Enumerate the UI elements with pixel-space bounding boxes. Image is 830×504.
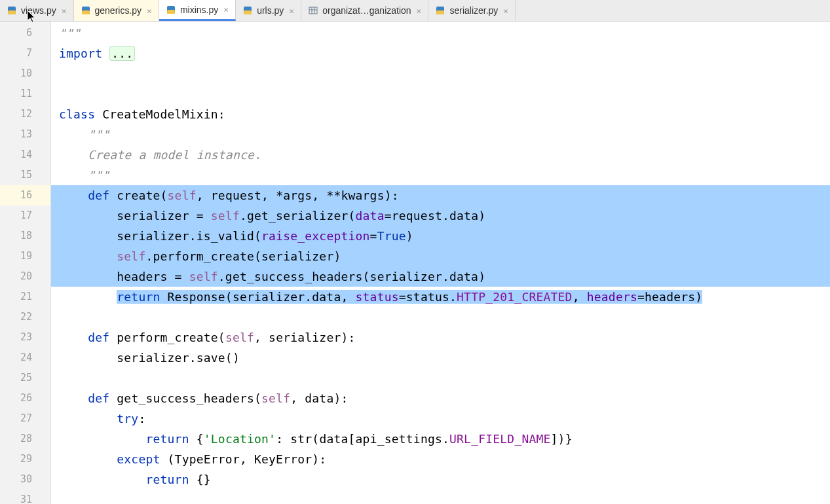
code-line: return {} — [51, 469, 830, 490]
tab-label: urls.py — [257, 5, 284, 16]
code-line: try: — [51, 408, 830, 429]
python-file-icon — [81, 5, 91, 16]
svg-rect-8 — [309, 7, 317, 14]
close-icon[interactable]: × — [60, 6, 68, 16]
line-number: 14 — [0, 145, 50, 165]
tab-bar: views.py × generics.py × mixins.py × url… — [0, 0, 830, 22]
code-line: """ — [51, 124, 830, 145]
line-number: 6 — [0, 23, 50, 43]
table-icon — [308, 5, 318, 16]
svg-rect-3 — [82, 10, 90, 14]
svg-rect-7 — [244, 10, 252, 14]
code-line: except (TypeError, KeyError): — [51, 449, 830, 469]
code-line: serializer = self.get_serializer(data=re… — [51, 206, 830, 226]
fold-placeholder[interactable]: ... — [109, 46, 135, 61]
line-number: 21 — [0, 287, 50, 307]
python-file-icon — [242, 5, 253, 16]
code-line: import ... — [51, 43, 830, 63]
tab-mixins[interactable]: mixins.py × — [159, 0, 236, 21]
code-line: self.perform_create(serializer) — [51, 246, 830, 266]
code-line: def perform_create(self, serializer): — [51, 327, 830, 348]
tab-views[interactable]: views.py × — [0, 0, 74, 21]
line-number: 12 — [0, 104, 50, 124]
tab-generics[interactable]: generics.py × — [74, 0, 159, 21]
svg-rect-13 — [436, 10, 444, 14]
code-area[interactable]: """ import ... class CreateModelMixin: "… — [51, 22, 830, 504]
tab-label: views.py — [21, 5, 56, 16]
line-number: 20 — [0, 266, 50, 287]
code-line — [51, 84, 830, 104]
line-number: 27 — [0, 408, 50, 429]
line-number: 29 — [0, 449, 50, 469]
code-line: serializer.save() — [51, 348, 830, 368]
tab-organization[interactable]: organizat…ganization × — [301, 0, 428, 21]
code-line: """ — [51, 23, 830, 43]
code-line: return Response(serializer.data, status=… — [51, 287, 830, 307]
line-number: 13 — [0, 124, 50, 145]
line-number: 26 — [0, 388, 50, 408]
python-file-icon — [166, 5, 176, 15]
line-number: 25 — [0, 368, 50, 388]
line-number: 19 — [0, 246, 50, 266]
line-number: 31 — [0, 490, 50, 504]
tab-label: organizat…ganization — [322, 5, 411, 16]
line-number: 7 — [0, 43, 50, 63]
code-line: def create(self, request, *args, **kwarg… — [51, 185, 830, 206]
line-number: 28 — [0, 429, 50, 449]
gutter: 6 7 10 11 12 13 14 15 16 17 18 19 20 21 … — [0, 22, 51, 504]
close-icon[interactable]: × — [415, 6, 423, 16]
close-icon[interactable]: × — [288, 6, 295, 16]
code-line — [51, 307, 830, 327]
tab-label: serializer.py — [449, 5, 498, 16]
line-number: 30 — [0, 469, 50, 490]
svg-rect-5 — [167, 10, 175, 14]
close-icon[interactable]: × — [222, 5, 230, 14]
code-line: headers = self.get_success_headers(seria… — [51, 266, 830, 287]
code-line: serializer.is_valid(raise_exception=True… — [51, 226, 830, 246]
python-file-icon — [7, 5, 17, 16]
tab-urls[interactable]: urls.py × — [236, 0, 301, 21]
line-number: 18 — [0, 226, 50, 246]
editor[interactable]: 6 7 10 11 12 13 14 15 16 17 18 19 20 21 … — [0, 22, 830, 504]
line-number: 24 — [0, 348, 50, 368]
svg-rect-1 — [8, 10, 16, 14]
code-line — [51, 63, 830, 84]
code-line — [51, 490, 830, 504]
line-number: 22 — [0, 307, 50, 327]
code-line: """ — [51, 165, 830, 185]
line-number: 17 — [0, 206, 50, 226]
code-line: def get_success_headers(self, data): — [51, 388, 830, 408]
tab-label: mixins.py — [180, 5, 218, 15]
close-icon[interactable]: × — [145, 6, 153, 16]
line-number: 11 — [0, 84, 50, 104]
code-line: return {'Location': str(data[api_setting… — [51, 429, 830, 449]
code-line: Create a model instance. — [51, 145, 830, 165]
line-number: 23 — [0, 327, 50, 348]
line-number: 16 — [0, 185, 50, 206]
close-icon[interactable]: × — [502, 6, 510, 16]
line-number: 15 — [0, 165, 50, 185]
tab-label: generics.py — [95, 5, 142, 16]
tab-serializer[interactable]: serializer.py × — [428, 0, 516, 21]
python-file-icon — [435, 5, 445, 16]
line-number: 10 — [0, 63, 50, 84]
code-line: class CreateModelMixin: — [51, 104, 830, 124]
code-line — [51, 368, 830, 388]
